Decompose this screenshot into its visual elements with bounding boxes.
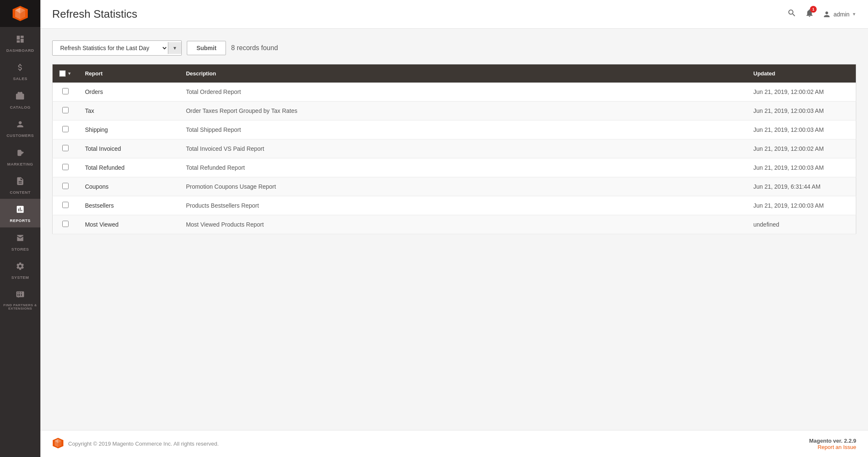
row-updated-6: Jun 21, 2019, 12:00:03 AM [747,196,856,215]
sidebar-item-label: SYSTEM [11,275,29,280]
row-checkbox-cell [53,102,78,120]
sales-icon [16,63,25,75]
sidebar-item-label: STORES [11,247,29,251]
row-report-0: Orders [78,83,179,102]
row-updated-1: Jun 21, 2019, 12:00:03 AM [747,102,856,120]
row-checkbox-5[interactable] [62,183,69,189]
table-header-report: Report [78,64,179,83]
system-icon [16,262,25,273]
reports-icon [16,205,25,216]
sidebar-item-catalog[interactable]: CATALOG [0,86,40,114]
sidebar-item-system[interactable]: SYSTEM [0,256,40,284]
page-body: Refresh Statistics for the Last DayRefre… [40,29,868,430]
sidebar-item-label: DASHBOARD [6,48,34,53]
sidebar-item-reports[interactable]: REPORTS [0,199,40,227]
search-icon[interactable] [787,8,796,20]
row-checkbox-0[interactable] [62,88,69,94]
row-report-7: Most Viewed [78,215,179,234]
sidebar-item-label: CATALOG [10,105,30,110]
row-report-1: Tax [78,102,179,120]
find-partners-icon [16,290,25,302]
row-description-2: Total Shipped Report [179,120,747,139]
sidebar-item-label: REPORTS [10,218,30,223]
marketing-icon [16,148,25,160]
checkbox-dropdown-icon[interactable]: ▼ [67,71,72,76]
table-row: Orders Total Ordered Report Jun 21, 2019… [53,83,856,102]
table-header-description: Description [179,64,747,83]
footer-left: Copyright © 2019 Magento Commerce Inc. A… [52,437,219,450]
row-checkbox-2[interactable] [62,126,69,132]
table-row: Total Refunded Total Refunded Report Jun… [53,158,856,177]
refresh-select-wrapper: Refresh Statistics for the Last DayRefre… [52,40,182,56]
row-checkbox-6[interactable] [62,202,69,208]
sidebar-item-stores[interactable]: STORES [0,227,40,256]
row-description-5: Promotion Coupons Usage Report [179,177,747,196]
sidebar-item-find-partners[interactable]: FIND PARTNERS & EXTENSIONS [0,284,40,315]
table-row: Coupons Promotion Coupons Usage Report J… [53,177,856,196]
statistics-table: ▼ Report Description Updated [52,64,856,234]
sidebar-item-content[interactable]: CONTENT [0,171,40,199]
table-row: Tax Order Taxes Report Grouped by Tax Ra… [53,102,856,120]
main-area: Refresh Statistics 1 admin ▼ Refresh Sta… [40,0,868,457]
table-header-checkbox: ▼ [53,64,78,83]
row-report-5: Coupons [78,177,179,196]
row-report-4: Total Refunded [78,158,179,177]
admin-username: admin [833,11,849,18]
refresh-select[interactable]: Refresh Statistics for the Last DayRefre… [53,41,168,55]
page-title: Refresh Statistics [52,8,137,21]
row-checkbox-7[interactable] [62,221,69,227]
table-row: Shipping Total Shipped Report Jun 21, 20… [53,120,856,139]
dashboard-icon [16,35,25,46]
records-found: 8 records found [231,44,278,52]
catalog-icon [16,91,25,103]
content-icon [16,176,25,188]
header: Refresh Statistics 1 admin ▼ [40,0,868,29]
notification-count: 1 [810,6,817,13]
sidebar-item-label: CONTENT [10,190,30,195]
row-checkbox-cell [53,177,78,196]
sidebar: DASHBOARD SALES CATALOG CUSTOMERS MARKET… [0,0,40,457]
sidebar-logo[interactable] [0,0,40,27]
table-header-row: ▼ Report Description Updated [53,64,856,83]
notifications-icon[interactable]: 1 [805,8,814,20]
select-all-checkbox[interactable] [59,70,66,77]
toolbar: Refresh Statistics for the Last DayRefre… [52,40,856,56]
sidebar-item-customers[interactable]: CUSTOMERS [0,114,40,142]
row-description-7: Most Viewed Products Report [179,215,747,234]
sidebar-item-sales[interactable]: SALES [0,57,40,85]
magento-version: Magento ver. 2.2.9 [809,438,856,444]
sidebar-item-label: MARKETING [7,162,33,166]
row-checkbox-1[interactable] [62,107,69,113]
row-report-3: Total Invoiced [78,139,179,158]
admin-chevron-icon: ▼ [852,12,856,16]
row-updated-7: undefined [747,215,856,234]
footer-copyright: Copyright © 2019 Magento Commerce Inc. A… [68,441,219,447]
row-updated-5: Jun 21, 2019, 6:31:44 AM [747,177,856,196]
table-header-updated: Updated [747,64,856,83]
header-right: 1 admin ▼ [787,8,856,20]
row-checkbox-cell [53,215,78,234]
row-report-2: Shipping [78,120,179,139]
row-updated-3: Jun 21, 2019, 12:00:02 AM [747,139,856,158]
row-checkbox-4[interactable] [62,164,69,170]
row-checkbox-cell [53,158,78,177]
row-checkbox-3[interactable] [62,145,69,151]
admin-user-menu[interactable]: admin ▼ [823,10,856,19]
row-updated-2: Jun 21, 2019, 12:00:03 AM [747,120,856,139]
submit-button[interactable]: Submit [187,41,226,55]
row-description-0: Total Ordered Report [179,83,747,102]
table-row: Most Viewed Most Viewed Products Report … [53,215,856,234]
table-row: Total Invoiced Total Invoiced VS Paid Re… [53,139,856,158]
row-checkbox-cell [53,139,78,158]
row-description-3: Total Invoiced VS Paid Report [179,139,747,158]
footer-logo [52,437,64,450]
row-checkbox-cell [53,83,78,102]
stores-icon [16,233,25,245]
row-description-4: Total Refunded Report [179,158,747,177]
row-description-6: Products Bestsellers Report [179,196,747,215]
sidebar-item-dashboard[interactable]: DASHBOARD [0,29,40,57]
sidebar-item-label: CUSTOMERS [6,133,34,138]
report-issue-link[interactable]: Report an Issue [818,444,856,450]
select-dropdown-arrow[interactable]: ▼ [168,42,181,54]
sidebar-item-marketing[interactable]: MARKETING [0,142,40,171]
